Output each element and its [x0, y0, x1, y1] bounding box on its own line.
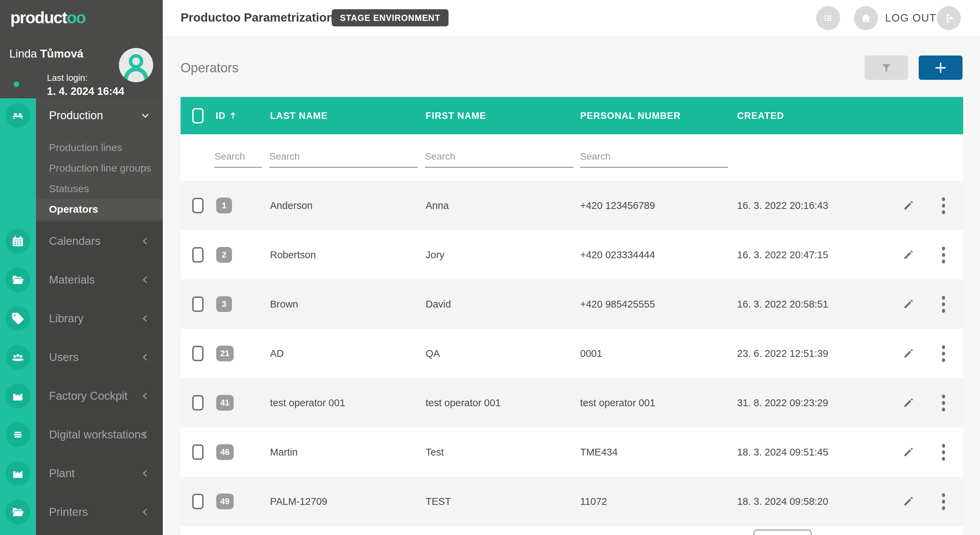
- row-id-badge: 3: [216, 296, 232, 312]
- column-header-id[interactable]: ID: [216, 110, 238, 121]
- chevron-left-icon: [140, 468, 150, 478]
- cell-last-name: Brown: [270, 298, 298, 310]
- cell-created: 18. 3. 2024 09:58:20: [737, 496, 828, 507]
- row-id-badge: 2: [216, 247, 232, 263]
- edit-button[interactable]: [900, 247, 916, 263]
- chevron-left-icon: [140, 391, 150, 401]
- cell-last-name: Robertson: [270, 249, 316, 260]
- sidebar-item-printers[interactable]: Printers: [36, 492, 163, 531]
- table-row: 1 Anderson Anna +420 123456789 16. 3. 20…: [181, 181, 963, 230]
- production-section: Production Production linesProduction li…: [36, 98, 163, 222]
- search-personal-number-input[interactable]: [580, 146, 728, 168]
- row-menu-button[interactable]: [939, 392, 948, 413]
- sidebar-item-digital-workstations[interactable]: Digital workstations: [36, 415, 163, 454]
- sidebar-item-production[interactable]: Production: [36, 98, 163, 133]
- status-ring-icon: [14, 81, 19, 87]
- chevron-left-icon: [140, 352, 150, 362]
- chevron-left-icon: [140, 430, 150, 440]
- row-menu-button[interactable]: [939, 195, 948, 216]
- edit-button[interactable]: [900, 197, 916, 214]
- edit-button[interactable]: [900, 493, 916, 510]
- sidebar-item-statuses[interactable]: Statuses: [36, 178, 163, 199]
- app-root: productoo Linda Tůmová Last login: 1. 4.…: [0, 0, 980, 535]
- sidebar-item-production-lines[interactable]: Production lines: [36, 137, 163, 158]
- sidebar-item-operators[interactable]: Operators: [36, 199, 163, 219]
- row-checkbox[interactable]: [192, 494, 204, 509]
- chevron-left-icon: [140, 236, 150, 246]
- row-checkbox[interactable]: [192, 395, 204, 411]
- sidebar-item-production-line-groups[interactable]: Production line groups: [36, 158, 163, 178]
- cell-personal-number: TME434: [580, 447, 618, 458]
- column-header-personal-number[interactable]: PERSONAL NUMBER: [580, 110, 681, 121]
- row-checkbox[interactable]: [192, 445, 204, 460]
- cell-personal-number: 0001: [580, 348, 602, 359]
- table-header: ID LAST NAME FIRST NAME PERSONAL NUMBER …: [181, 97, 963, 134]
- cell-last-name: Anderson: [270, 200, 312, 211]
- conveyor-icon: [5, 103, 30, 128]
- row-menu-button[interactable]: [939, 491, 948, 512]
- row-menu-button[interactable]: [939, 442, 948, 462]
- sidebar-item-label: Materials: [49, 273, 95, 286]
- cell-created: 18. 3. 2024 09:51:45: [737, 447, 828, 458]
- chevron-left-icon: [140, 313, 150, 324]
- sidebar-item-label: Digital workstations: [49, 428, 146, 441]
- logout-link[interactable]: LOG OUT: [885, 6, 937, 30]
- table-row: 41 test operator 001 test operator 001 t…: [181, 378, 963, 427]
- row-checkbox[interactable]: [192, 198, 204, 213]
- cell-created: 16. 3. 2022 20:58:51: [737, 298, 828, 310]
- sidebar-item-materials[interactable]: Materials: [36, 260, 163, 299]
- lines-icon: [5, 422, 30, 447]
- row-checkbox[interactable]: [192, 247, 204, 263]
- sidebar-item-factory-cockpit[interactable]: Factory Cockpit: [36, 376, 163, 415]
- cell-personal-number: 11072: [580, 496, 607, 507]
- select-all-checkbox[interactable]: [192, 108, 204, 123]
- pencil-icon: [902, 495, 915, 508]
- cell-first-name: David: [426, 298, 451, 310]
- sidebar-item-plant[interactable]: Plant: [36, 454, 163, 492]
- environment-badge: STAGE ENVIRONMENT: [332, 9, 449, 26]
- chevron-left-icon: [140, 507, 150, 517]
- row-menu-button[interactable]: [939, 343, 948, 364]
- edit-button[interactable]: [900, 345, 916, 362]
- search-last-name-input[interactable]: [269, 146, 418, 168]
- add-operator-button[interactable]: [919, 56, 963, 80]
- factory-icon: [5, 461, 30, 486]
- column-header-first-name[interactable]: FIRST NAME: [426, 110, 486, 121]
- cell-first-name: TEST: [426, 496, 451, 507]
- list-menu-button[interactable]: [816, 6, 840, 30]
- table-row: 3 Brown David +420 985425555 16. 3. 2022…: [181, 279, 963, 329]
- kebab-icon: [942, 247, 945, 250]
- search-id-input[interactable]: [215, 146, 262, 168]
- home-button[interactable]: [854, 6, 878, 30]
- row-checkbox[interactable]: [192, 346, 204, 361]
- edit-button[interactable]: [900, 296, 916, 313]
- edit-button[interactable]: [900, 444, 916, 460]
- cell-first-name: test operator 001: [426, 397, 501, 409]
- list-icon: [822, 12, 834, 24]
- cell-last-name: AD: [270, 348, 284, 359]
- operators-table: ID LAST NAME FIRST NAME PERSONAL NUMBER …: [181, 97, 963, 535]
- search-first-name-input[interactable]: [425, 146, 573, 168]
- productoo-logo[interactable]: productoo: [10, 8, 85, 27]
- filter-button[interactable]: [864, 56, 908, 80]
- edit-button[interactable]: [900, 395, 916, 411]
- page-size-select[interactable]: [754, 530, 812, 535]
- sidebar-item-library[interactable]: Library: [36, 299, 163, 338]
- kebab-icon: [942, 296, 945, 300]
- cell-first-name: Jory: [426, 249, 444, 260]
- table-row: 2 Robertson Jory +420 023334444 16. 3. 2…: [181, 230, 963, 279]
- logout-button[interactable]: [937, 6, 961, 30]
- kebab-icon: [942, 345, 945, 349]
- column-header-last-name[interactable]: LAST NAME: [270, 110, 328, 121]
- row-checkbox[interactable]: [192, 297, 204, 312]
- sidebar-item-label: Production: [49, 109, 103, 122]
- column-header-created[interactable]: CREATED: [737, 110, 784, 121]
- cell-last-name: PALM-12709: [270, 496, 327, 507]
- kebab-icon: [942, 395, 945, 398]
- sidebar-item-calendars[interactable]: Calendars: [36, 222, 163, 260]
- folder-open-icon: [5, 268, 30, 292]
- table-row: 46 Martin Test TME434 18. 3. 2024 09:51:…: [181, 427, 963, 477]
- sidebar-item-users[interactable]: Users: [36, 338, 163, 376]
- row-menu-button[interactable]: [939, 294, 948, 314]
- row-menu-button[interactable]: [939, 244, 948, 265]
